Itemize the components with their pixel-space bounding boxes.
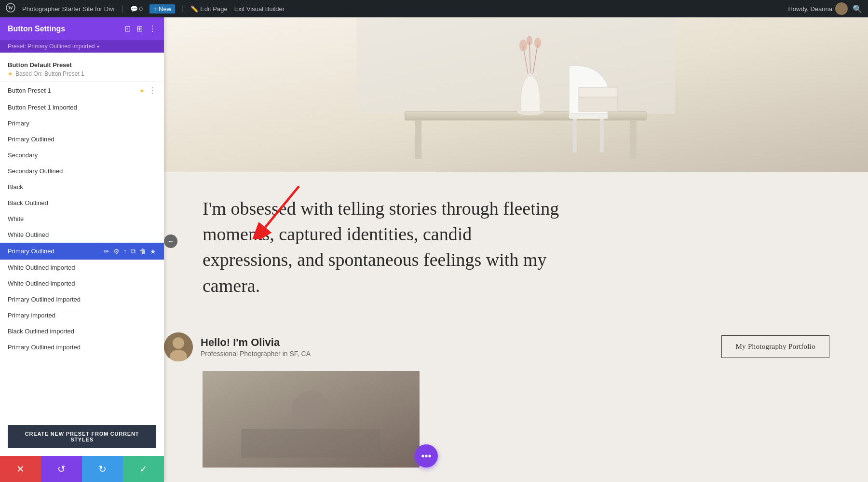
svg-rect-18	[579, 97, 617, 111]
svg-point-15	[519, 40, 527, 51]
preset-item[interactable]: Secondary Outlined	[0, 163, 164, 179]
default-preset-based: ★ Based On: Button Preset 1	[8, 70, 156, 77]
author-title: Professional Photographer in SF, CA	[201, 350, 311, 358]
main-layout: Button Settings ⊡ ⊞ ⋮ Preset: Primary Ou…	[0, 17, 868, 482]
preset-item-label: White	[8, 215, 24, 222]
preset-item[interactable]: Black Outlined imported	[0, 323, 164, 339]
preset-item-label: Black Outlined	[8, 199, 48, 207]
active-preset-item[interactable]: Primary Outlined ✏ ⚙ ↑ ⧉ 🗑 ★	[0, 243, 164, 260]
preset-item-label: Secondary Outlined	[8, 167, 63, 175]
preset-item-label: Primary imported	[8, 312, 55, 319]
edit-page-link[interactable]: ✏️ Edit Page	[190, 5, 227, 13]
hero-text: I'm obsessed with telling stories throug…	[203, 196, 559, 299]
create-preset-button[interactable]: CREATE NEW PRESET FROM CURRENT STYLES	[8, 425, 156, 448]
text-section: I'm obsessed with telling stories throug…	[164, 172, 598, 332]
author-avatar	[164, 332, 193, 361]
preset-item-label: White Outlined imported	[8, 264, 75, 271]
star-icon: ★	[139, 87, 145, 94]
svg-rect-5	[415, 120, 421, 159]
preset-item-label: Primary Outlined	[8, 248, 54, 255]
star-icon[interactable]: ★	[150, 248, 156, 255]
svg-rect-6	[630, 120, 637, 159]
preset-item-label: Primary Outlined imported	[8, 296, 81, 303]
wp-logo-icon: W	[6, 3, 15, 14]
preset-item-label: Secondary	[8, 151, 38, 159]
svg-point-16	[527, 36, 532, 45]
chevron-down-icon: ▾	[97, 44, 99, 49]
delete-icon[interactable]: 🗑	[139, 248, 146, 255]
admin-bar: W Photographer Starter Site for Divi | 💬…	[0, 0, 868, 17]
resize-handle[interactable]: ↔	[164, 234, 177, 248]
svg-text:W: W	[8, 5, 13, 11]
preset-item-label: Primary Outlined	[8, 136, 54, 143]
gear-icon[interactable]: ⚙	[113, 248, 120, 255]
preset-item[interactable]: White Outlined imported	[0, 275, 164, 291]
preset-item-label: White Outlined	[8, 231, 49, 238]
export-icon[interactable]: ↑	[123, 248, 127, 255]
preset-item[interactable]: Button Preset 1 ★ ⋮	[0, 82, 164, 99]
svg-rect-19	[579, 87, 617, 97]
preset-item[interactable]: Black	[0, 179, 164, 195]
preset-item[interactable]: White	[0, 211, 164, 227]
more-options-icon[interactable]: ⋮	[149, 86, 156, 95]
preset-item-label: Button Preset 1 imported	[8, 104, 77, 111]
preset-item[interactable]: Button Preset 1 imported	[0, 99, 164, 115]
bottom-toolbar: ✕ ↺ ↻ ✓	[0, 456, 164, 482]
portfolio-button[interactable]: My Photography Portfolio	[721, 335, 829, 358]
preset-item-label: Primary Outlined imported	[8, 344, 81, 351]
left-panel: Button Settings ⊡ ⊞ ⋮ Preset: Primary Ou…	[0, 17, 164, 482]
grid-icon[interactable]: ⊞	[136, 24, 143, 33]
preset-item-label: Black	[8, 183, 23, 191]
preset-item[interactable]: White Outlined imported	[0, 260, 164, 275]
svg-rect-25	[241, 429, 381, 458]
preset-item[interactable]: White Outlined	[0, 227, 164, 243]
undo-button[interactable]: ↺	[41, 456, 82, 482]
svg-rect-8	[573, 119, 577, 152]
new-button[interactable]: + New	[149, 4, 175, 14]
panel-header: Button Settings ⊡ ⊞ ⋮	[0, 17, 164, 40]
search-icon[interactable]: 🔍	[853, 4, 862, 14]
svg-point-17	[534, 38, 541, 48]
preset-item[interactable]: Primary Outlined imported	[0, 339, 164, 355]
site-name-link[interactable]: Photographer Starter Site for Divi	[22, 5, 114, 13]
author-name: Hello! I'm Olivia	[201, 336, 311, 349]
fab-button[interactable]: •••	[415, 444, 438, 468]
close-button[interactable]: ✕	[0, 456, 41, 482]
duplicate-icon[interactable]: ⧉	[131, 247, 136, 255]
presets-list: Button Default Preset ★ Based On: Button…	[0, 53, 164, 419]
panel-subtitle[interactable]: Preset: Primary Outlined imported ▾	[0, 40, 164, 53]
author-row: Hello! I'm Olivia Professional Photograp…	[164, 332, 868, 361]
save-button[interactable]: ✓	[123, 456, 164, 482]
redo-button[interactable]: ↻	[82, 456, 123, 482]
comments-bubble[interactable]: 💬 0	[130, 5, 143, 13]
bottom-image	[203, 371, 420, 468]
preset-item-label: Primary	[8, 120, 29, 127]
howdy-text: Howdy, Deanna	[788, 2, 848, 15]
preset-item-label: Button Preset 1	[8, 87, 51, 94]
preset-item-label: Black Outlined imported	[8, 328, 74, 335]
screen-icon[interactable]: ⊡	[124, 24, 131, 33]
more-icon[interactable]: ⋮	[149, 24, 156, 33]
ellipsis-icon: •••	[421, 451, 431, 462]
exit-builder-link[interactable]: Exit Visual Builder	[234, 5, 285, 13]
panel-title: Button Settings	[8, 25, 65, 33]
preset-item[interactable]: Primary	[0, 115, 164, 131]
default-preset-section: Button Default Preset ★ Based On: Button…	[0, 56, 164, 82]
preset-item[interactable]: Black Outlined	[0, 195, 164, 211]
edit-icon[interactable]: ✏	[104, 248, 109, 255]
panel-header-icons: ⊡ ⊞ ⋮	[124, 24, 156, 33]
comment-count: 0	[139, 5, 143, 13]
preset-item-label: White Outlined imported	[8, 280, 75, 287]
divider: |	[121, 4, 123, 13]
author-details: Hello! I'm Olivia Professional Photograp…	[201, 336, 311, 358]
comment-icon: 💬	[130, 5, 138, 13]
svg-rect-3	[357, 17, 675, 114]
content-area: I'm obsessed with telling stories throug…	[164, 17, 868, 482]
svg-point-21	[173, 337, 184, 349]
preset-item[interactable]: Primary Outlined imported	[0, 291, 164, 307]
divider2: |	[182, 4, 184, 13]
preset-item[interactable]: Primary imported	[0, 307, 164, 323]
active-preset-actions: ✏ ⚙ ↑ ⧉ 🗑 ★	[104, 247, 156, 255]
preset-item[interactable]: Secondary	[0, 147, 164, 163]
preset-item[interactable]: Primary Outlined	[0, 131, 164, 147]
